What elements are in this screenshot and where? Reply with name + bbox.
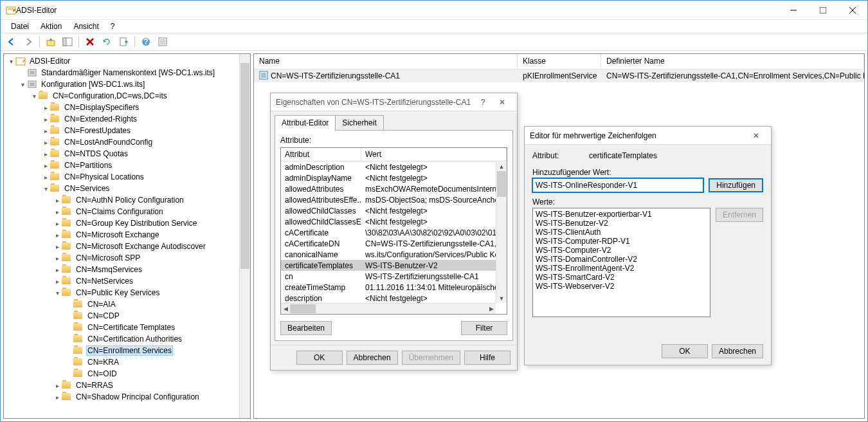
filter-button[interactable]: Filter: [461, 321, 507, 335]
tree-item[interactable]: ▸CN=Physical Locations: [4, 171, 250, 183]
attribute-row[interactable]: canonicalNamews.its/Configuration/Servic…: [281, 249, 507, 260]
mv-list-item[interactable]: WS-ITS-Computer-V2: [534, 246, 709, 255]
attribute-grid[interactable]: Attribut Wert adminDescription<Nicht fes…: [280, 147, 507, 315]
tree-item[interactable]: ▸CN=Claims Configuration: [4, 206, 250, 217]
expand-icon[interactable]: ▸: [41, 115, 50, 124]
menu-ansicht[interactable]: Ansicht: [68, 21, 104, 32]
attribute-row[interactable]: allowedAttributesEffe...msDS-ObjectSoa; …: [281, 194, 507, 205]
attribute-row[interactable]: adminDisplayName<Nicht festgelegt>: [281, 172, 507, 183]
attribute-row[interactable]: cnWS-ITS-Zertifizierungsstelle-CA1: [281, 271, 507, 282]
tab-attribut-editor[interactable]: Attribut-Editor: [275, 115, 336, 131]
mv-list-item[interactable]: WS-ITS-Benutzer-exportierbar-V1: [534, 210, 709, 219]
expand-icon[interactable]: ▸: [41, 103, 50, 112]
help-button[interactable]: Hilfe: [464, 351, 511, 365]
tree-item[interactable]: ▸CN=LostAndFoundConfig: [4, 136, 250, 148]
menu-aktion[interactable]: Aktion: [35, 21, 67, 32]
collapse-icon[interactable]: ▾: [18, 80, 27, 89]
tab-sicherheit[interactable]: Sicherheit: [335, 115, 383, 131]
attribute-row[interactable]: cACertificate\30\82\03\AA\30\82\02\92\A0…: [281, 227, 507, 238]
expand-icon[interactable]: ▸: [41, 172, 50, 181]
expand-icon[interactable]: ▸: [41, 126, 50, 135]
expand-icon[interactable]: ▸: [41, 161, 50, 170]
tree-item[interactable]: ▸CN=Group Key Distribution Service: [4, 217, 250, 229]
attribute-row[interactable]: certificateTemplatesWS-ITS-Benutzer-V2: [281, 260, 507, 271]
grid-scrollbar-v[interactable]: ▲▼: [496, 162, 507, 303]
ok-button[interactable]: OK: [296, 351, 343, 365]
mv-list-item[interactable]: WS-ITS-EnrollmentAgent-V2: [534, 264, 709, 273]
mv-list-item[interactable]: WS-ITS-DomainController-V2: [534, 255, 709, 264]
mv-cancel-button[interactable]: Abbrechen: [712, 344, 763, 358]
expand-icon[interactable]: ▸: [41, 138, 50, 147]
tree-item[interactable]: ▸CN=ForestUpdates: [4, 125, 250, 136]
expand-icon[interactable]: ▸: [53, 196, 62, 205]
maximize-button[interactable]: [808, 1, 838, 20]
tree-scrollbar[interactable]: [239, 54, 250, 418]
tree-item[interactable]: ▸CN=RRAS: [4, 380, 250, 391]
tree-item[interactable]: ▾CN=Public Key Services: [4, 287, 250, 298]
tree-item[interactable]: ▸CN=Extended-Rights: [4, 113, 250, 125]
grid-scrollbar-h[interactable]: ◀▶: [281, 303, 496, 314]
tree-item[interactable]: ▸CN=Microsoft Exchange Autodiscover: [4, 241, 250, 252]
tree-item[interactable]: ▸CN=AuthN Policy Configuration: [4, 194, 250, 206]
col-name[interactable]: Name: [254, 54, 518, 69]
collapse-icon[interactable]: ▾: [30, 91, 39, 100]
delete-button[interactable]: [83, 35, 97, 49]
expand-icon[interactable]: ▸: [53, 381, 62, 390]
apply-button[interactable]: Übernehmen: [402, 351, 460, 365]
tree-item[interactable]: ▸CN=DisplaySpecifiers: [4, 102, 250, 113]
expand-icon[interactable]: ▸: [53, 230, 62, 239]
collapse-icon[interactable]: ▾: [53, 288, 62, 297]
tree-item[interactable]: CN=Certification Authorities: [4, 333, 250, 345]
tree-item[interactable]: CN=OID: [4, 368, 250, 380]
mv-close-icon[interactable]: ✕: [746, 129, 766, 142]
attribute-row[interactable]: allowedChildClasses<Nicht festgelegt>: [281, 205, 507, 216]
dialog-help-icon[interactable]: ?: [473, 96, 493, 109]
tree-item[interactable]: ▸CN=Shadow Principal Configuration: [4, 391, 250, 403]
col-dn[interactable]: Definierter Name: [601, 54, 864, 69]
tree-item[interactable]: ▾Konfiguration [WS-DC1.ws.its]: [4, 78, 250, 90]
expand-icon[interactable]: ▸: [53, 277, 62, 286]
expand-icon[interactable]: ▸: [53, 392, 62, 401]
refresh-button[interactable]: [100, 35, 114, 49]
tree-item[interactable]: ▸CN=Partitions: [4, 160, 250, 171]
tree-item[interactable]: ▸CN=NetServices: [4, 275, 250, 287]
tree-item[interactable]: ▸CN=MsmqServices: [4, 264, 250, 275]
expand-icon[interactable]: ▸: [41, 149, 50, 158]
cancel-button[interactable]: Abbrechen: [347, 351, 398, 365]
back-button[interactable]: [5, 35, 19, 49]
tree-item[interactable]: ▾ADSI-Editor: [4, 55, 250, 67]
attribute-row[interactable]: adminDescription<Nicht festgelegt>: [281, 161, 507, 172]
forward-button[interactable]: [21, 35, 35, 49]
tree-item[interactable]: ▸CN=NTDS Quotas: [4, 148, 250, 160]
tree-item[interactable]: ▸CN=Microsoft Exchange: [4, 229, 250, 241]
expand-icon[interactable]: ▸: [53, 242, 62, 251]
export-button[interactable]: [116, 35, 131, 49]
tree-item[interactable]: ▸CN=Microsoft SPP: [4, 252, 250, 264]
mv-add-button[interactable]: Hinzufügen: [709, 178, 763, 192]
tree-item[interactable]: CN=Enrollment Services: [4, 345, 250, 356]
mv-values-listbox[interactable]: WS-ITS-Benutzer-exportierbar-V1WS-ITS-Be…: [532, 208, 710, 317]
tree-item[interactable]: ▾CN=Configuration,DC=ws,DC=its: [4, 90, 250, 102]
mv-remove-button[interactable]: Entfernen: [716, 208, 763, 222]
tree-item[interactable]: CN=Certificate Templates: [4, 322, 250, 333]
close-button[interactable]: [838, 1, 867, 20]
expand-icon[interactable]: ▸: [53, 265, 62, 274]
expand-icon[interactable]: ▸: [53, 219, 62, 228]
menu-help[interactable]: ?: [105, 21, 120, 32]
edit-button[interactable]: Bearbeiten: [280, 321, 332, 335]
mv-ok-button[interactable]: OK: [662, 344, 708, 358]
tree-item[interactable]: Standardmäßiger Namenskontext [WS-DC1.ws…: [4, 67, 250, 78]
expand-icon[interactable]: ▸: [53, 253, 62, 262]
attribute-row[interactable]: cACertificateDNCN=WS-ITS-Zertifizierungs…: [281, 238, 507, 249]
attribute-row[interactable]: createTimeStamp01.11.2016 11:34:01 Mitte…: [281, 282, 507, 293]
minimize-button[interactable]: [779, 1, 808, 20]
tree-pane[interactable]: ▾ADSI-EditorStandardmäßiger Namenskontex…: [3, 53, 251, 419]
mv-list-item[interactable]: WS-ITS-ClientAuth: [534, 228, 709, 237]
collapse-icon[interactable]: ▾: [6, 57, 15, 66]
collapse-icon[interactable]: ▾: [41, 184, 50, 193]
help-button[interactable]: ?: [139, 35, 153, 49]
up-button[interactable]: [44, 35, 58, 49]
mv-list-item[interactable]: WS-ITS-SmartCard-V2: [534, 273, 709, 282]
menu-datei[interactable]: Datei: [6, 21, 34, 32]
show-hide-tree-button[interactable]: [60, 35, 75, 49]
